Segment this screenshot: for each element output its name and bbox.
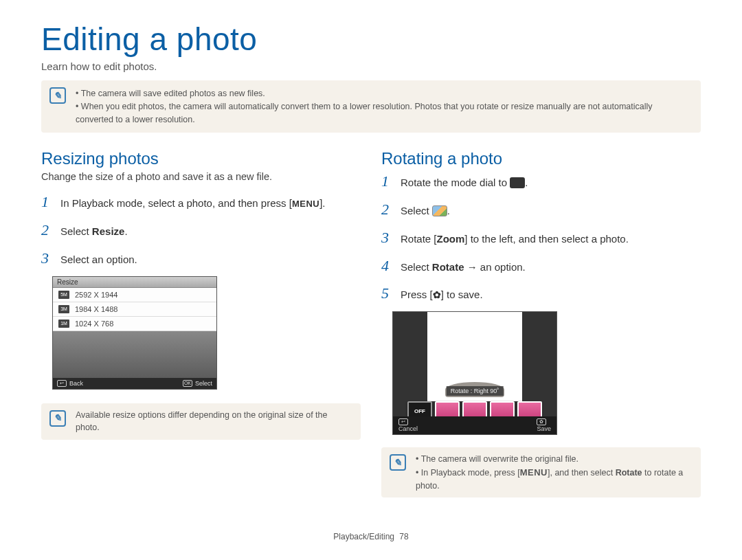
resize-option-row: 5M 2592 X 1944 bbox=[53, 288, 216, 302]
back-icon: ↩ bbox=[57, 380, 67, 387]
top-note-box: ✎ The camera will save edited photos as … bbox=[41, 80, 701, 133]
zoom-label: Zoom bbox=[437, 233, 465, 245]
step-text: Press [ bbox=[401, 289, 433, 300]
resize-option-row: 3M 1984 X 1488 bbox=[53, 302, 216, 317]
step-text: Select bbox=[401, 205, 432, 216]
page-subtitle: Learn how to edit photos. bbox=[41, 60, 701, 72]
step-text: → an option. bbox=[464, 261, 526, 273]
mode-dial-edit-icon bbox=[510, 177, 525, 188]
macro-button-icon: ✿ bbox=[537, 418, 546, 425]
rotating-heading: Rotating a photo bbox=[381, 149, 701, 168]
rotate-note-line: The camera will overwrite the original f… bbox=[416, 453, 691, 466]
step-text: . bbox=[525, 177, 528, 188]
resize-option-row: 1M 1024 X 768 bbox=[53, 317, 216, 331]
step-text: Rotate [ bbox=[401, 233, 437, 245]
footer-section: Playback/Editing bbox=[333, 532, 394, 541]
step-text: Select an option. bbox=[60, 252, 137, 267]
rotate-step-5: 5 Press [✿] to save. bbox=[381, 283, 701, 304]
macro-button-icon: ✿ bbox=[433, 289, 441, 300]
note-icon: ✎ bbox=[49, 410, 66, 427]
ok-icon: OK bbox=[183, 380, 192, 387]
rotate-note-box: ✎ The camera will overwrite the original… bbox=[381, 447, 701, 497]
step-text: Select bbox=[401, 261, 432, 273]
resize-step-3: 3 Select an option. bbox=[41, 248, 361, 269]
step-text: ] to the left, and then select a photo. bbox=[464, 233, 629, 245]
resolution-icon: 5M bbox=[58, 291, 69, 299]
rotate-step-2: 2 Select . bbox=[381, 199, 701, 221]
resize-note-box: ✎ Available resize options differ depend… bbox=[41, 403, 361, 440]
step-number: 4 bbox=[381, 256, 394, 277]
resizing-section: Resizing photos Change the size of a pho… bbox=[41, 149, 361, 514]
step-number: 5 bbox=[381, 283, 394, 304]
rotating-section: Rotating a photo 1 Rotate the mode dial … bbox=[381, 149, 701, 514]
rotate-option-label: Rotate : Right 90˚ bbox=[447, 386, 504, 396]
step-text: . bbox=[447, 205, 450, 216]
rotate-step-3: 3 Rotate [Zoom] to the left, and then se… bbox=[381, 227, 701, 249]
step-text: ] to save. bbox=[441, 289, 483, 300]
step-text: Rotate the mode dial to bbox=[401, 177, 510, 188]
page-number: 78 bbox=[399, 532, 408, 541]
step-number: 1 bbox=[381, 171, 394, 192]
rotate-lcd-mock: Rotate : Right 90˚ OFF ↩Cancel ✿Save bbox=[392, 311, 557, 435]
resolution-icon: 3M bbox=[58, 305, 69, 313]
resolution-label: 1984 X 1488 bbox=[75, 305, 117, 313]
resizing-heading: Resizing photos bbox=[41, 149, 361, 168]
step-number: 3 bbox=[41, 248, 54, 269]
resolution-label: 1024 X 768 bbox=[75, 320, 113, 328]
rotate-note-line: In Playback mode, press [MENU], and then… bbox=[416, 466, 691, 493]
step-text: In Playback mode, select a photo, and th… bbox=[60, 197, 292, 209]
top-note-line: The camera will save edited photos as ne… bbox=[76, 87, 691, 100]
note-icon: ✎ bbox=[390, 454, 406, 471]
top-note-line: When you edit photos, the camera will au… bbox=[76, 100, 691, 126]
rotate-step-4: 4 Select Rotate → an option. bbox=[381, 256, 701, 277]
rotate-step-1: 1 Rotate the mode dial to . bbox=[381, 171, 701, 192]
resolution-label: 2592 X 1944 bbox=[75, 291, 117, 299]
resize-step-2: 2 Select Resize. bbox=[41, 220, 361, 241]
resizing-sub: Change the size of a photo and save it a… bbox=[41, 171, 361, 182]
step-text: Select bbox=[60, 225, 92, 237]
step-text: ]. bbox=[319, 197, 325, 209]
step-number: 2 bbox=[41, 220, 54, 241]
page-title: Editing a photo bbox=[41, 21, 701, 58]
step-text: . bbox=[124, 225, 127, 237]
edit-tool-icon bbox=[432, 205, 447, 216]
resize-step-1: 1 In Playback mode, select a photo, and … bbox=[41, 192, 361, 213]
menu-button-label: MENU bbox=[520, 467, 548, 478]
rotate-label: Rotate bbox=[432, 261, 464, 273]
menu-button-label: MENU bbox=[292, 199, 319, 209]
page-footer: Playback/Editing 78 bbox=[41, 532, 701, 541]
step-number: 1 bbox=[41, 192, 54, 213]
back-icon: ↩ bbox=[398, 418, 408, 425]
lcd-header: Resize bbox=[53, 277, 216, 288]
resize-lcd-mock: Resize 5M 2592 X 1944 3M 1984 X 1488 1M … bbox=[52, 276, 217, 390]
step-number: 2 bbox=[381, 199, 394, 221]
cancel-label: Cancel bbox=[398, 425, 418, 432]
resize-option: Resize bbox=[92, 225, 125, 237]
step-number: 3 bbox=[381, 227, 394, 249]
back-label: Back bbox=[69, 380, 83, 387]
save-label: Save bbox=[537, 425, 551, 432]
select-label: Select bbox=[195, 380, 212, 387]
resolution-icon: 1M bbox=[58, 320, 69, 328]
resize-note-text: Available resize options differ dependin… bbox=[76, 410, 327, 433]
note-icon: ✎ bbox=[49, 87, 66, 104]
